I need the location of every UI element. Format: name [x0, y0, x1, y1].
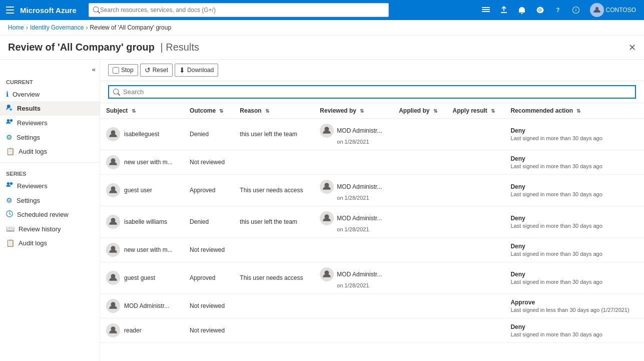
col-rec-action[interactable]: Recommended action ⇅	[504, 103, 644, 119]
sidebar-item-reviewers-current[interactable]: Reviewers	[0, 116, 100, 130]
table-search-input[interactable]	[123, 88, 631, 96]
sidebar-settings-label: Settings	[17, 134, 40, 141]
hamburger-menu[interactable]	[4, 5, 16, 16]
col-subject[interactable]: Subject ⇅	[100, 103, 184, 119]
cell-rec-action: DenyLast signed in more than 30 days ago	[504, 150, 644, 175]
user-label: CONTOSO	[606, 7, 636, 14]
sidebar-divider	[0, 162, 100, 163]
cell-reason: This user needs access	[234, 175, 314, 206]
rec-label: Deny	[510, 155, 638, 162]
close-button[interactable]: ✕	[628, 42, 636, 53]
page-subtitle: | Results	[161, 42, 199, 53]
cell-apply-result	[446, 294, 504, 318]
col-reason[interactable]: Reason ⇅	[234, 103, 314, 119]
cell-subject: guest user	[100, 175, 184, 206]
col-reviewed-by[interactable]: Reviewed by ⇅	[314, 103, 393, 119]
upload-icon[interactable]	[496, 2, 512, 18]
sort-result-icon[interactable]: ⇅	[491, 108, 495, 114]
cell-reason: This user needs access	[234, 262, 314, 294]
feedback-icon[interactable]	[568, 2, 584, 18]
global-search[interactable]	[89, 3, 389, 17]
col-apply-result[interactable]: Apply result ⇅	[446, 103, 504, 119]
reset-button[interactable]: ↺ Reset	[140, 64, 173, 77]
col-outcome[interactable]: Outcome ⇅	[184, 103, 234, 119]
download-button[interactable]: ⬇ Download	[175, 64, 218, 77]
collapse-icon[interactable]: «	[92, 66, 96, 73]
breadcrumb-identity-governance[interactable]: Identity Governance	[30, 24, 84, 31]
settings-icon[interactable]	[532, 2, 548, 18]
svg-point-5	[10, 182, 13, 185]
breadcrumb-home[interactable]: Home	[8, 24, 24, 31]
search-area	[100, 81, 644, 103]
sort-reason-icon[interactable]: ⇅	[265, 108, 269, 114]
svg-point-4	[7, 182, 10, 185]
breadcrumb-sep1: ›	[26, 24, 28, 31]
sidebar-item-audit-series[interactable]: 📋 Audit logs	[0, 236, 100, 250]
cell-applied-by	[393, 294, 446, 318]
notifications-icon[interactable]	[514, 2, 530, 18]
review-date: on 1/28/2021	[320, 139, 387, 145]
cell-outcome: Not reviewed	[184, 238, 234, 262]
table-row: guest guestApprovedThis user needs acces…	[100, 262, 644, 294]
cell-rec-action: DenyLast signed in more than 30 days ago	[504, 119, 644, 150]
rec-label: Deny	[510, 271, 638, 278]
sidebar-item-scheduled-review[interactable]: Scheduled review	[0, 207, 100, 222]
sort-applied-icon[interactable]: ⇅	[433, 108, 437, 114]
sidebar-item-settings-series[interactable]: ⚙ Settings	[0, 193, 100, 207]
cell-applied-by	[393, 238, 446, 262]
sort-subject-icon[interactable]: ⇅	[132, 108, 136, 114]
sidebar-item-reviewers-series[interactable]: Reviewers	[0, 179, 100, 193]
cell-reason	[234, 294, 314, 318]
search-icon	[93, 7, 100, 14]
rec-label: Approve	[510, 299, 638, 306]
cell-reviewed-by: MOD Administr...on 1/28/2021	[314, 262, 393, 294]
stop-checkbox[interactable]	[113, 67, 119, 74]
sidebar-item-results[interactable]: Results	[0, 101, 100, 116]
sidebar: « Current ℹ Overview Results Reviewers ⚙…	[0, 60, 100, 361]
sidebar-collapse[interactable]: «	[0, 64, 100, 75]
cell-apply-result	[446, 318, 504, 343]
cell-apply-result	[446, 238, 504, 262]
cloud-shell-icon[interactable]	[478, 2, 494, 18]
settings-nav-icon: ⚙	[6, 133, 13, 141]
rec-label: Deny	[510, 323, 638, 330]
breadcrumb-sep2: ›	[86, 24, 88, 31]
sidebar-item-review-history[interactable]: 📖 Review history	[0, 222, 100, 236]
help-icon[interactable]	[550, 2, 566, 18]
series-section-label: Series	[0, 167, 100, 179]
reviewer-avatar	[320, 267, 334, 281]
table-row: new user with m...Not reviewedDenyLast s…	[100, 238, 644, 262]
subject-avatar	[106, 243, 120, 257]
toolbar: Stop ↺ Reset ⬇ Download	[100, 60, 644, 81]
cell-reason: this user left the team	[234, 119, 314, 150]
stop-button[interactable]: Stop	[108, 64, 138, 76]
reset-label: Reset	[153, 67, 168, 74]
content-area: Stop ↺ Reset ⬇ Download	[100, 60, 644, 361]
cell-subject: isabelleguest	[100, 119, 184, 150]
sidebar-item-audit-current[interactable]: 📋 Audit logs	[0, 144, 100, 158]
table-body: isabelleguestDeniedthis user left the te…	[100, 119, 644, 343]
sidebar-item-settings-current[interactable]: ⚙ Settings	[0, 130, 100, 144]
cell-reviewed-by	[314, 294, 393, 318]
subject-name: guest guest	[124, 274, 155, 281]
stop-label: Stop	[121, 67, 134, 74]
sidebar-results-label: Results	[17, 105, 41, 112]
results-table: Subject ⇅ Outcome ⇅ Reason ⇅ Reviewed	[100, 103, 644, 343]
subject-name: isabelleguest	[124, 131, 159, 138]
sort-rec-icon[interactable]: ⇅	[576, 108, 580, 114]
cell-reviewed-by: MOD Administr...on 1/28/2021	[314, 119, 393, 150]
search-wrapper[interactable]	[108, 85, 636, 99]
global-search-input[interactable]	[100, 7, 384, 14]
cell-rec-action: ApproveLast signed in less than 30 days …	[504, 294, 644, 318]
subject-name: guest user	[124, 187, 152, 194]
sort-outcome-icon[interactable]: ⇅	[219, 108, 223, 114]
user-area[interactable]: CONTOSO	[586, 3, 640, 17]
col-applied-by[interactable]: Applied by ⇅	[393, 103, 446, 119]
cell-reason: this user left the team	[234, 206, 314, 238]
subject-name: reader	[124, 327, 142, 334]
cell-applied-by	[393, 119, 446, 150]
cell-outcome: Not reviewed	[184, 150, 234, 175]
table-row: MOD Administr...Not reviewedApproveLast …	[100, 294, 644, 318]
sidebar-item-overview[interactable]: ℹ Overview	[0, 87, 100, 101]
sort-reviewed-icon[interactable]: ⇅	[360, 108, 364, 114]
